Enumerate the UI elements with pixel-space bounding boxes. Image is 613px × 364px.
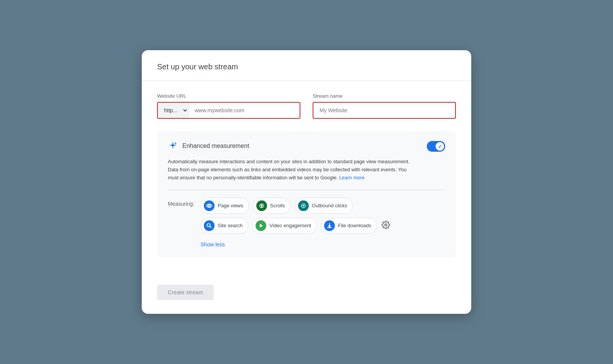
chip-scrolls-label: Scrolls: [270, 203, 285, 208]
chip-scrolls[interactable]: Scrolls: [253, 198, 291, 214]
chip-site-search[interactable]: Site search: [200, 218, 248, 234]
setup-dialog: Set up your web stream Website URL http.…: [142, 50, 471, 313]
protocol-select[interactable]: http...: [158, 103, 188, 118]
em-divider: [168, 190, 445, 190]
stream-name-label: Stream name: [313, 93, 456, 99]
show-less-link[interactable]: Show less: [200, 241, 225, 248]
chip-video-engagement[interactable]: Video engagement: [252, 218, 317, 234]
measuring-chips-wrapper: Page views Scrolls: [200, 198, 445, 248]
toggle-track: ✓: [427, 141, 445, 152]
em-description-bold: Automatically measure interactions and c…: [168, 159, 410, 164]
em-header: Enhanced measurement: [168, 140, 418, 152]
dialog-title: Set up your web stream: [157, 62, 456, 71]
dialog-header: Set up your web stream: [142, 50, 471, 81]
em-toggle-row: Enhanced measurement Automatically measu…: [168, 140, 445, 182]
page-views-icon: [204, 200, 215, 211]
em-description-normal: Data from on-page elements such as links…: [168, 167, 406, 180]
chip-video-engagement-label: Video engagement: [269, 223, 311, 228]
chips-row-1: Page views Scrolls: [200, 198, 445, 214]
scrolls-icon: [256, 200, 267, 211]
em-title: Enhanced measurement: [182, 143, 249, 149]
chip-page-views[interactable]: Page views: [200, 198, 249, 214]
chip-outbound-clicks-label: Outbound clicks: [312, 203, 347, 208]
settings-gear-button[interactable]: [380, 219, 392, 231]
chips-row-2: Site search Video engagement: [200, 218, 377, 234]
show-less-wrapper: Show less: [200, 240, 445, 248]
em-text-block: Enhanced measurement Automatically measu…: [168, 140, 418, 182]
chip-page-views-label: Page views: [218, 203, 243, 208]
toggle-check-icon: ✓: [438, 144, 442, 149]
chip-site-search-label: Site search: [218, 223, 243, 228]
website-url-group: Website URL http...: [157, 93, 300, 119]
stream-name-input[interactable]: [313, 102, 456, 119]
svg-point-2: [209, 205, 210, 206]
video-engagement-icon: [256, 220, 266, 231]
svg-point-5: [303, 205, 304, 207]
file-downloads-icon: [324, 220, 335, 231]
enhanced-measurement-card: Enhanced measurement Automatically measu…: [157, 131, 456, 257]
outbound-clicks-icon: [298, 200, 309, 211]
svg-marker-8: [260, 224, 263, 228]
dialog-footer: Create stream: [142, 282, 471, 314]
create-stream-button[interactable]: Create stream: [157, 285, 214, 300]
sparkle-icon: [168, 140, 178, 152]
em-description: Automatically measure interactions and c…: [168, 158, 418, 182]
url-input-wrapper: http...: [157, 102, 300, 119]
learn-more-link[interactable]: Learn more: [339, 175, 364, 180]
site-search-icon: [204, 220, 215, 231]
enhanced-measurement-toggle[interactable]: ✓: [427, 141, 445, 152]
chip-outbound-clicks[interactable]: Outbound clicks: [295, 198, 353, 214]
stream-name-group: Stream name: [313, 93, 456, 119]
chip-file-downloads-label: File downloads: [338, 223, 371, 228]
toggle-thumb: ✓: [436, 142, 444, 151]
measuring-label: Measuring:: [168, 198, 194, 207]
form-row: Website URL http... Stream name: [157, 93, 456, 119]
chip-file-downloads[interactable]: File downloads: [321, 218, 377, 234]
svg-point-11: [385, 224, 387, 226]
chips-row-2-wrapper: Site search Video engagement: [200, 218, 445, 238]
svg-line-7: [210, 226, 211, 228]
measuring-section: Measuring:: [168, 198, 445, 248]
url-input[interactable]: [188, 103, 300, 118]
website-url-label: Website URL: [157, 93, 300, 99]
dialog-body: Website URL http... Stream name: [142, 81, 471, 281]
